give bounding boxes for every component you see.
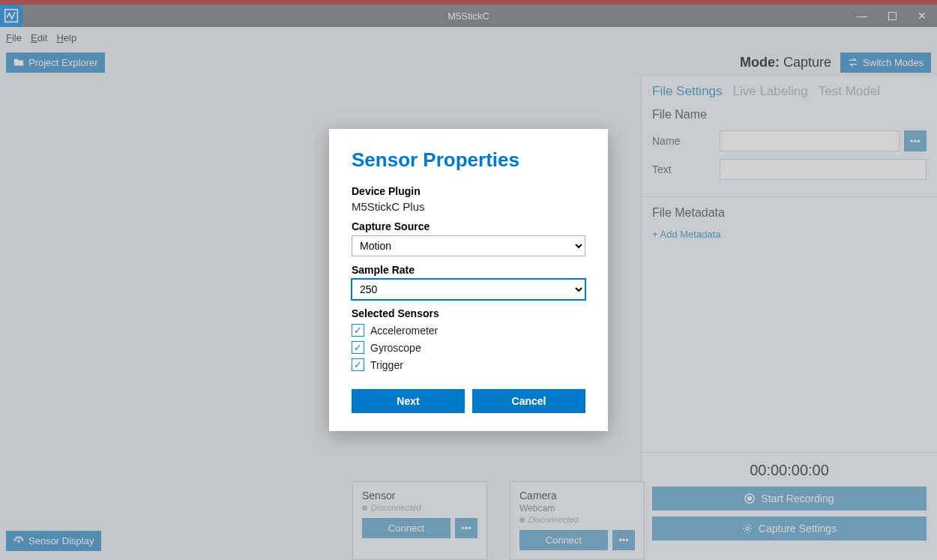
- toolbar: Project Explorer Mode: Capture Switch Mo…: [0, 48, 937, 76]
- svg-point-2: [17, 540, 20, 543]
- tab-file-settings[interactable]: File Settings: [652, 84, 723, 99]
- modal-title: Sensor Properties: [352, 148, 585, 172]
- camera-card-subtitle: Webcam: [519, 503, 635, 514]
- name-more-button[interactable]: •••: [904, 130, 927, 151]
- menu-file[interactable]: File: [6, 32, 22, 43]
- project-explorer-button[interactable]: Project Explorer: [6, 52, 105, 73]
- sensor-checkbox-accelerometer[interactable]: ✓ Accelerometer: [352, 324, 585, 337]
- sensor-display-label: Sensor Display: [28, 535, 94, 547]
- recording-controls: 00:00:00:00 Start Recording Capture Sett…: [642, 452, 937, 560]
- switch-modes-button[interactable]: Switch Modes: [840, 52, 931, 73]
- text-label: Text: [652, 163, 720, 175]
- camera-connect-button[interactable]: Connect: [519, 530, 608, 550]
- file-metadata-section: File Metadata + Add Metadata: [642, 196, 937, 249]
- sensor-checkbox-trigger[interactable]: ✓ Trigger: [352, 358, 585, 371]
- name-input[interactable]: [720, 130, 900, 151]
- titlebar: M5StickC — ✕: [0, 4, 937, 27]
- menu-edit[interactable]: Edit: [31, 32, 47, 43]
- next-button[interactable]: Next: [352, 389, 465, 413]
- camera-more-button[interactable]: •••: [612, 530, 635, 550]
- sensor-more-button[interactable]: •••: [455, 518, 477, 538]
- capture-settings-button[interactable]: Capture Settings: [652, 517, 927, 541]
- checkbox-checked-icon: ✓: [352, 358, 364, 371]
- recording-timer: 00:00:00:00: [652, 462, 927, 479]
- app-icon: [0, 4, 22, 27]
- sensor-properties-modal: Sensor Properties Device Plugin M5StickC…: [329, 129, 608, 431]
- right-panel: File Settings Live Labeling Test Model F…: [641, 76, 937, 560]
- device-plugin-value: M5StickC Plus: [352, 200, 585, 213]
- sample-rate-label: Sample Rate: [352, 264, 585, 276]
- mode-indicator: Mode: Capture: [740, 55, 831, 70]
- menu-help[interactable]: Help: [56, 32, 76, 43]
- selected-sensors-label: Selected Sensors: [352, 307, 585, 319]
- svg-rect-1: [888, 12, 896, 19]
- sample-rate-select[interactable]: 250: [352, 279, 585, 300]
- camera-card-status: Disconnected: [519, 515, 635, 524]
- status-dot-icon: [519, 517, 525, 523]
- sensor-status-card: Sensor Disconnected Connect •••: [352, 481, 487, 560]
- add-metadata-link[interactable]: + Add Metadata: [652, 229, 927, 240]
- svg-point-4: [747, 496, 752, 501]
- right-panel-tabs: File Settings Live Labeling Test Model: [642, 76, 937, 105]
- camera-card-title: Camera: [519, 490, 635, 502]
- gear-icon: [742, 523, 753, 534]
- swap-icon: [848, 57, 858, 67]
- checkbox-checked-icon: ✓: [352, 324, 364, 337]
- file-name-section: File Name Name ••• Text: [642, 105, 937, 196]
- sensor-card-title: Sensor: [362, 490, 477, 502]
- sensor-icon: [13, 536, 24, 547]
- sensor-display-button[interactable]: Sensor Display: [6, 531, 101, 551]
- window-title: M5StickC: [448, 10, 489, 22]
- close-button[interactable]: ✕: [907, 4, 937, 27]
- file-name-heading: File Name: [652, 108, 927, 121]
- device-plugin-label: Device Plugin: [352, 185, 585, 197]
- tab-live-labeling[interactable]: Live Labeling: [733, 84, 808, 99]
- status-dot-icon: [362, 505, 367, 511]
- camera-status-card: Camera Webcam Disconnected Connect •••: [510, 481, 645, 560]
- project-explorer-label: Project Explorer: [28, 57, 97, 68]
- capture-source-label: Capture Source: [352, 220, 585, 232]
- name-label: Name: [652, 135, 720, 147]
- sensor-connect-button[interactable]: Connect: [362, 518, 451, 538]
- checkbox-checked-icon: ✓: [352, 341, 364, 354]
- svg-point-5: [746, 527, 749, 530]
- menubar: File Edit Help: [0, 27, 937, 48]
- cancel-button[interactable]: Cancel: [472, 389, 585, 413]
- text-input[interactable]: [720, 159, 927, 180]
- capture-source-select[interactable]: Motion: [352, 235, 585, 256]
- start-recording-button[interactable]: Start Recording: [652, 487, 927, 511]
- minimize-button[interactable]: —: [847, 4, 877, 27]
- logo-icon: [4, 8, 19, 23]
- record-icon: [744, 493, 755, 504]
- file-metadata-heading: File Metadata: [652, 206, 927, 220]
- tab-test-model[interactable]: Test Model: [819, 84, 880, 99]
- svg-rect-0: [5, 10, 18, 22]
- switch-modes-label: Switch Modes: [863, 57, 924, 68]
- sensor-card-status: Disconnected: [362, 503, 477, 512]
- folder-icon: [13, 57, 24, 67]
- maximize-button[interactable]: [877, 4, 907, 27]
- sensor-checkbox-gyroscope[interactable]: ✓ Gyroscope: [352, 341, 585, 354]
